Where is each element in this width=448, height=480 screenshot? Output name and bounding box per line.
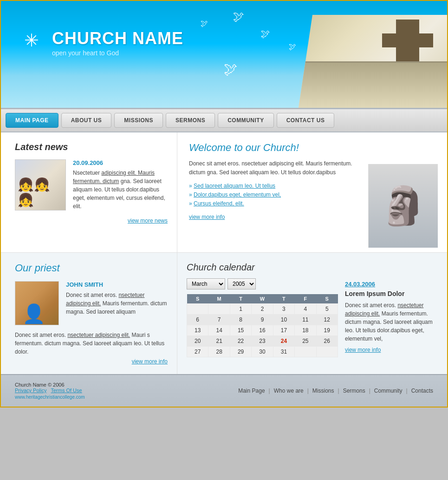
priest-bio: Donec sit amet eros. nsectetuer adipisci… [66,291,168,316]
footer-links: Privacy Policy Terms Of Use [15,388,85,393]
welcome-link-1-text[interactable]: Sed laoreet aliquam leo. Ut tellus [194,183,275,189]
cal-day[interactable]: 5 [316,304,338,315]
logo-block: ✳ CHURCH NAME open your heart to God [24,29,183,57]
priest-view-more[interactable]: view more info [15,358,168,365]
cal-day[interactable]: 17 [273,325,294,336]
cal-day [295,347,316,357]
footer-nav-sermons[interactable]: Sermons [343,388,365,394]
event-text: Donec sit amet eros. nsectetuer adipisci… [345,301,438,343]
nav-about-us[interactable]: ABOUT US [61,113,112,128]
cal-header-w: W [252,294,273,304]
priest-name: JOHN SMITH [66,281,168,288]
cal-day[interactable]: 23 [252,336,273,347]
page-wrapper: ✳ CHURCH NAME open your heart to God 🕊 🕊… [0,0,448,408]
footer-left: Church Name © 2006 Privacy Policy Terms … [15,382,85,400]
priest-desc: Donec sit amet eros. nsectetuer adipisci… [15,331,168,356]
cal-day[interactable]: 9 [252,315,273,325]
priest-title: Our priest [15,262,168,274]
calendar-section: Church calendar March January February A… [187,262,338,365]
year-select[interactable]: 2005 2004 2006 [227,278,256,289]
news-body: 20.09.2006 Nsectetuer adipiscing elit. M… [73,159,168,210]
copyright: Church Name © 2006 [15,382,85,388]
cal-day[interactable]: 30 [252,347,273,357]
month-select[interactable]: March January February April [187,278,225,289]
nav-missions[interactable]: MISSIONS [114,113,163,128]
calendar-col: Church calendar March January February A… [177,253,447,374]
event-link[interactable]: nsectetuer adipiscing elit. [345,302,423,317]
nav-main-page[interactable]: MAIN PAGE [6,113,58,128]
cal-day[interactable]: 2 [252,304,273,315]
nav-community[interactable]: COMMUNITY [218,113,274,128]
dove-icon-1: 🕊 [201,20,208,28]
event-view-more[interactable]: view more info [345,347,438,353]
cal-day[interactable]: 29 [230,347,251,357]
cal-day[interactable]: 18 [295,325,316,336]
cal-day[interactable]: 15 [230,325,251,336]
welcome-link-3: Cursus eleifend, elit. [189,200,364,207]
cal-day[interactable]: 19 [316,325,338,336]
welcome-links: Sed laoreet aliquam leo. Ut tellus Dolor… [189,183,364,207]
view-more-info[interactable]: view more info [189,214,364,220]
priest-desc-link[interactable]: nsectetuer adipiscing elit. [67,332,130,338]
cal-day[interactable]: 3 [273,304,294,315]
priest-details: JOHN SMITH Donec sit amet eros. nsectetu… [66,281,168,325]
footer-nav-who[interactable]: Who we are [274,388,304,394]
cal-day[interactable]: 7 [208,315,230,325]
cal-day[interactable]: 22 [230,336,251,347]
privacy-policy-link[interactable]: Privacy Policy [15,388,46,393]
dove-icon-3: 🕊 [261,29,270,39]
cal-day[interactable]: 11 [295,315,316,325]
footer-nav-community[interactable]: Community [374,388,403,394]
welcome-section: Welcome to our Church! Donec sit amet er… [177,132,447,252]
cal-day[interactable]: 1 [230,304,251,315]
cal-day[interactable]: 16 [252,325,273,336]
welcome-link-2-text[interactable]: Dolor.dapibus eget, elementum vel, [194,191,281,198]
welcome-link-3-text[interactable]: Cursus eleifend, elit. [194,200,244,207]
cal-header-t2: T [273,294,294,304]
event-title: Lorem Ipsum Dolor [345,290,438,297]
news-link-1[interactable]: adipiscing elit. Mauris fermentum. dictu… [73,170,155,184]
priest-image [15,281,59,325]
cal-day[interactable]: 31 [273,347,294,357]
welcome-text: Donec sit amet eros. nsectetuer adipisci… [189,159,364,177]
footer-nav-main[interactable]: Main Page [238,388,265,394]
cal-day [187,304,208,315]
cal-day[interactable]: 8 [230,315,251,325]
event-date[interactable]: 24.03.2006 [345,281,438,288]
dove-icon-5: 🕊 [289,43,296,51]
view-more-news[interactable]: view more news [15,217,168,224]
calendar-table: S M T W T F S 12345678910111213141516171… [187,294,338,357]
calendar-controls: March January February April 2005 2004 2… [187,278,338,289]
dove-icon-2: 🕊 [233,10,244,23]
cal-header-m: M [208,294,230,304]
cal-header-s: S [187,294,208,304]
cal-day[interactable]: 26 [316,336,338,347]
cal-day[interactable]: 13 [187,325,208,336]
footer-nav: Main Page | Who we are | Missions | Serm… [238,388,433,394]
cal-day[interactable]: 14 [208,325,230,336]
cal-day [208,304,230,315]
cal-day[interactable]: 28 [208,347,230,357]
footer: Church Name © 2006 Privacy Policy Terms … [1,374,447,407]
cal-day[interactable]: 24 [273,336,294,347]
cal-day[interactable]: 21 [208,336,230,347]
cal-day[interactable]: 10 [273,315,294,325]
nav-sermons[interactable]: SERMONS [166,113,215,128]
main-content: Latest news 20.09.2006 Nsectetuer adipis… [1,132,447,252]
news-item: 20.09.2006 Nsectetuer adipiscing elit. M… [15,159,168,210]
cal-day[interactable]: 25 [295,336,316,347]
cal-day[interactable]: 6 [187,315,208,325]
footer-nav-contacts[interactable]: Contacts [411,388,433,394]
nav-contact-us[interactable]: CONTACT US [277,113,335,128]
cal-day[interactable]: 20 [187,336,208,347]
priest-link[interactable]: nsectetuer adipiscing elit. [66,292,144,307]
cal-day[interactable]: 4 [295,304,316,315]
cal-day[interactable]: 12 [316,315,338,325]
latest-news-section: Latest news 20.09.2006 Nsectetuer adipis… [1,132,177,252]
site-title: CHURCH NAME [52,29,183,48]
cal-day[interactable]: 27 [187,347,208,357]
dove-icon-4: 🕊 [224,61,238,77]
terms-link[interactable]: Terms Of Use [51,388,82,393]
priest-info: JOHN SMITH Donec sit amet eros. nsectetu… [15,281,168,325]
footer-nav-missions[interactable]: Missions [312,388,334,394]
